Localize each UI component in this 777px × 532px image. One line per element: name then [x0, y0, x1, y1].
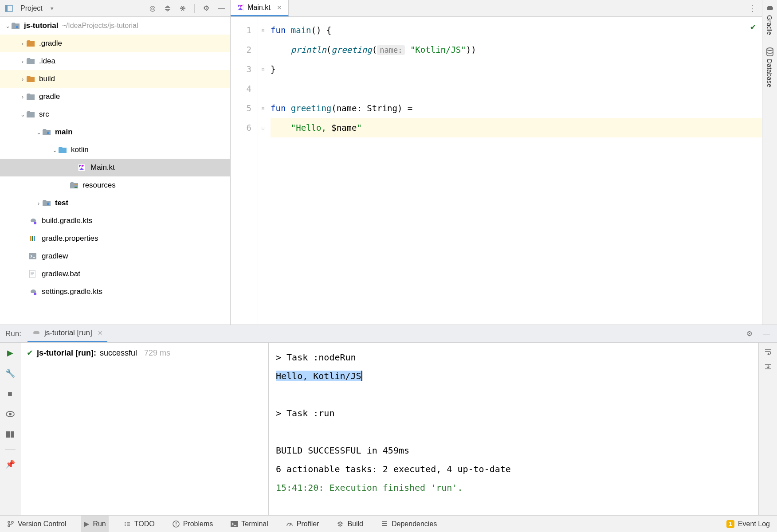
tree-item-src[interactable]: ⌄ src [0, 106, 230, 123]
database-toolwindow[interactable]: Database [766, 47, 774, 87]
editor-tab-main-kt[interactable]: Main.kt ✕ [231, 0, 289, 16]
tree-item-settings-gradle-kts[interactable]: settings.gradle.kts [0, 283, 230, 301]
tree-item-gradle-dot[interactable]: › .gradle [0, 35, 230, 52]
svg-rect-13 [29, 270, 35, 278]
chevron-right-icon[interactable]: › [19, 58, 27, 65]
svg-rect-26 [382, 525, 387, 526]
footer-run[interactable]: ▶ Run [81, 516, 108, 532]
chevron-down-icon[interactable]: ▼ [50, 6, 55, 11]
resources-folder-icon [70, 182, 80, 188]
project-title[interactable]: Project [20, 4, 43, 12]
pin-icon[interactable]: 📌 [4, 458, 16, 470]
tree-item-main-kt[interactable]: Main.kt [0, 159, 230, 176]
tree-item-gradle-properties[interactable]: gradle.properties [0, 230, 230, 247]
source-folder-icon [59, 147, 68, 153]
svg-point-15 [767, 48, 773, 51]
soft-wrap-icon[interactable] [764, 348, 772, 355]
svg-rect-10 [32, 236, 33, 241]
build-icon [337, 520, 344, 528]
footer-profiler[interactable]: Profiler [283, 516, 322, 532]
editor[interactable]: 123456 ⊟⊡⊟⊡ fun main() { println(greetin… [231, 17, 762, 325]
tree-item-build-gradle-kts[interactable]: build.gradle.kts [0, 212, 230, 230]
kotlin-file-icon [78, 164, 88, 171]
tree-item-idea[interactable]: › .idea [0, 52, 230, 70]
run-icon[interactable]: ▶ [4, 347, 16, 359]
svg-rect-1 [5, 5, 8, 12]
project-tree[interactable]: ⌄ js-tutorial ~/IdeaProjects/js-tutorial… [0, 17, 230, 325]
minimize-icon[interactable]: — [216, 3, 227, 14]
svg-point-17 [9, 413, 12, 415]
tree-item-gradlew-bat[interactable]: gradlew.bat [0, 265, 230, 283]
scroll-to-end-icon[interactable] [764, 363, 772, 370]
chevron-down-icon[interactable]: ⌄ [4, 23, 12, 29]
fold-icon[interactable]: ⊟ [258, 20, 268, 40]
tree-item-resources[interactable]: resources [0, 176, 230, 194]
tree-label: main [55, 128, 73, 137]
event-badge: 1 [726, 520, 734, 528]
footer-version-control[interactable]: Version Control [4, 516, 69, 532]
gear-icon[interactable]: ⚙ [744, 329, 755, 339]
watch-icon[interactable] [4, 408, 16, 420]
close-icon[interactable]: ✕ [277, 4, 282, 11]
tree-item-gradlew[interactable]: gradlew [0, 247, 230, 265]
tree-item-test[interactable]: › test [0, 194, 230, 212]
chevron-down-icon[interactable]: ⌄ [19, 111, 27, 118]
run-result-row[interactable]: ✔ js-tutorial [run]: successful 729 ms [27, 348, 262, 358]
tree-root[interactable]: ⌄ js-tutorial ~/IdeaProjects/js-tutorial [0, 17, 230, 35]
project-view-icon[interactable] [4, 3, 14, 14]
folder-icon [27, 58, 36, 64]
module-folder-icon [43, 200, 52, 206]
project-toolbar: Project ▼ ◎ ⚙ — [0, 0, 230, 17]
locate-icon[interactable]: ◎ [147, 3, 158, 14]
collapse-all-icon[interactable] [177, 3, 188, 14]
module-icon [12, 23, 21, 29]
run-tab[interactable]: js-tutorial [run] ✕ [27, 325, 107, 342]
chevron-right-icon[interactable]: › [19, 76, 27, 82]
footer-dependencies[interactable]: Dependencies [378, 516, 440, 532]
footer-todo[interactable]: TODO [121, 516, 157, 532]
param-hint: name: [377, 45, 405, 55]
tree-item-gradle[interactable]: › gradle [0, 88, 230, 106]
footer-problems[interactable]: Problems [170, 516, 216, 532]
layout-icon[interactable] [4, 429, 16, 440]
kotlin-file-icon [237, 4, 244, 11]
close-icon[interactable]: ✕ [98, 329, 103, 336]
fold-end-icon[interactable]: ⊡ [258, 59, 268, 79]
tree-label: Main.kt [90, 163, 115, 172]
code-area[interactable]: fun main() { println(greeting(name: "Kot… [268, 17, 762, 325]
svg-rect-18 [6, 431, 10, 438]
status-bar: Version Control ▶ Run TODO Problems Term… [0, 515, 777, 532]
gradle-kts-icon [29, 288, 39, 295]
tree-item-main[interactable]: ⌄ main [0, 123, 230, 141]
folder-icon [27, 94, 36, 100]
tree-item-build[interactable]: › build [0, 70, 230, 88]
gear-icon[interactable]: ⚙ [201, 3, 212, 14]
svg-rect-27 [382, 521, 387, 522]
footer-terminal[interactable]: Terminal [228, 516, 271, 532]
run-console[interactable]: > Task :nodeRun Hello, Kotlin/JS > Task … [269, 343, 758, 515]
stop-icon[interactable]: ■ [4, 388, 16, 399]
chevron-right-icon[interactable]: › [35, 200, 43, 207]
folder-icon [27, 40, 36, 47]
run-tree[interactable]: ✔ js-tutorial [run]: successful 729 ms [20, 343, 269, 515]
footer-event-log[interactable]: 1 Event Log [724, 516, 773, 532]
tree-path: ~/IdeaProjects/js-tutorial [62, 22, 138, 30]
gradle-toolwindow[interactable]: Gradle [765, 4, 774, 35]
chevron-down-icon[interactable]: ⌄ [35, 129, 43, 136]
chevron-down-icon[interactable]: ⌄ [51, 147, 59, 153]
fold-icon[interactable]: ⊟ [258, 98, 268, 118]
wrench-icon[interactable]: 🔧 [4, 368, 16, 379]
expand-all-icon[interactable] [162, 3, 173, 14]
chevron-right-icon[interactable]: › [19, 94, 27, 100]
fold-gutter[interactable]: ⊟⊡⊟⊡ [258, 17, 268, 325]
minimize-icon[interactable]: — [761, 329, 772, 339]
tree-item-kotlin[interactable]: ⌄ kotlin [0, 141, 230, 159]
check-icon[interactable]: ✔ [750, 21, 756, 32]
chevron-right-icon[interactable]: › [19, 40, 27, 47]
tree-label: build.gradle.kts [42, 216, 92, 225]
more-icon[interactable]: ⋮ [749, 0, 762, 16]
module-folder-icon [43, 129, 52, 135]
fold-end-icon[interactable]: ⊡ [258, 118, 268, 137]
tree-label: gradle.properties [42, 234, 98, 243]
footer-build[interactable]: Build [334, 516, 366, 532]
